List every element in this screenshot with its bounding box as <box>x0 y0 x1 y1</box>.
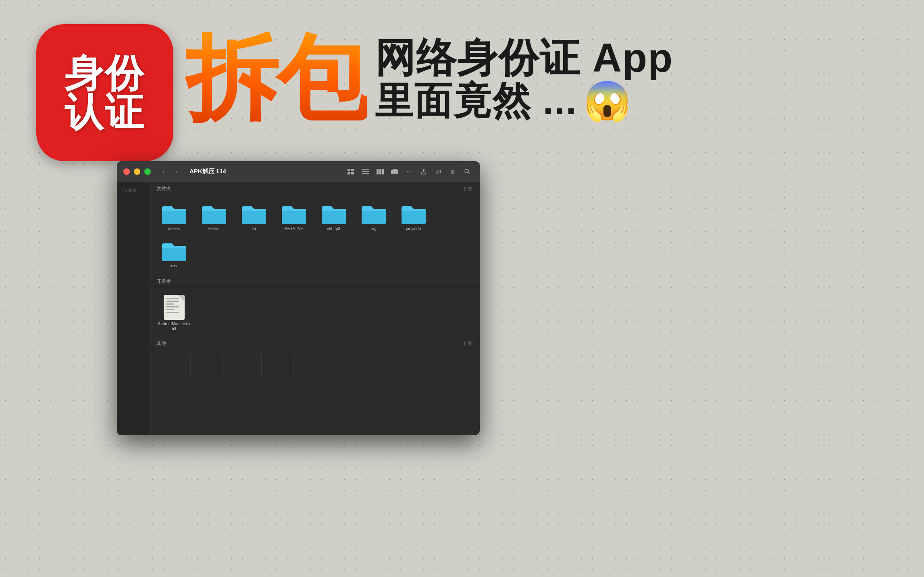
icon-more[interactable]: ⋯ <box>403 166 415 177</box>
svg-rect-1 <box>351 169 354 171</box>
svg-rect-5 <box>362 171 369 172</box>
dev-files-grid: AndroidManifest.xml <box>149 287 480 337</box>
toolbar-icons: ⋯ 🏷 ⊕ <box>345 166 473 177</box>
folder-org[interactable]: org <box>354 200 393 234</box>
folder-icon-kernal <box>200 202 228 225</box>
traffic-light-red[interactable] <box>123 168 130 175</box>
finder-sidebar: 个人收藏 <box>117 182 149 435</box>
folder-icon-okhttp3 <box>320 202 348 225</box>
icon-list[interactable] <box>360 166 372 177</box>
doc-line-1 <box>166 298 179 299</box>
finder-main: 文件夹 折叠 assets <box>149 182 480 435</box>
folder-lib[interactable]: lib <box>235 200 273 234</box>
traffic-light-green[interactable] <box>144 168 151 175</box>
window-title: APK解压 114 <box>189 168 341 175</box>
file-label-androidmanifest: AndroidManifest.xml <box>156 322 191 331</box>
title-area: 拆包 网络身份证 App 里面竟然 ... 😱 <box>185 32 673 125</box>
svg-rect-0 <box>348 169 350 171</box>
doc-line-6 <box>166 312 179 313</box>
svg-rect-8 <box>379 169 381 174</box>
thumb-files <box>149 349 480 381</box>
folder-section-action[interactable]: 折叠 <box>464 186 472 192</box>
folder-row2: res <box>149 237 480 275</box>
doc-line-3 <box>166 303 174 305</box>
doc-line-4 <box>166 306 179 307</box>
folder-kernal[interactable]: kernal <box>195 200 233 234</box>
shocked-emoji: 😱 <box>583 82 632 120</box>
folder-label-lib: lib <box>252 226 256 231</box>
svg-line-13 <box>468 172 470 174</box>
title-right: 网络身份证 App 里面竟然 ... 😱 <box>375 37 673 120</box>
folder-label-assets: assets <box>168 226 180 231</box>
folder-pinyindb[interactable]: pinyindb <box>394 200 433 234</box>
folder-okhttp3[interactable]: okhttp3 <box>314 200 353 234</box>
svg-rect-9 <box>382 169 384 174</box>
icon-share[interactable] <box>418 166 430 177</box>
doc-line-5 <box>166 309 174 310</box>
folder-meta-inf[interactable]: META-INF <box>275 200 313 234</box>
svg-rect-3 <box>351 172 354 174</box>
svg-rect-4 <box>362 169 369 170</box>
svg-rect-6 <box>362 173 369 174</box>
folder-label-meta-inf: META-INF <box>284 226 303 231</box>
folder-label-kernal: kernal <box>208 226 219 231</box>
file-icon-androidmanifest <box>164 295 185 320</box>
folder-label-org: org <box>370 226 376 231</box>
folder-icon-meta-inf <box>280 202 308 225</box>
nav-arrows: ‹ › <box>158 166 182 177</box>
finder-body: 个人收藏 文件夹 折叠 assets <box>117 182 480 435</box>
title-line1: 拆包 网络身份证 App 里面竟然 ... 😱 <box>185 32 673 125</box>
finder-titlebar: ‹ › APK解压 114 <box>117 161 480 182</box>
icon-columns[interactable] <box>374 166 386 177</box>
folder-res[interactable]: res <box>155 237 193 271</box>
title-right-line1: 网络身份证 App <box>375 37 673 78</box>
other-section-title: 其他 <box>156 340 166 347</box>
thumb-item-4[interactable] <box>261 353 293 377</box>
back-button[interactable]: ‹ <box>158 166 169 177</box>
folder-section-header: 文件夹 折叠 <box>149 182 480 194</box>
folder-icon-assets <box>160 202 188 225</box>
folder-icon-lib <box>240 202 268 225</box>
icon-search[interactable] <box>461 166 473 177</box>
file-androidmanifest[interactable]: AndroidManifest.xml <box>155 293 193 334</box>
folder-icon-org <box>360 202 387 225</box>
other-section-action[interactable]: 折叠 <box>464 340 472 347</box>
badge-line1: 身份 <box>65 54 145 93</box>
icon-gallery[interactable] <box>389 166 401 177</box>
title-right-line2: 里面竟然 ... 😱 <box>375 82 673 120</box>
folder-icon-res <box>160 239 188 262</box>
dev-section-header: 开发者 <box>149 275 480 287</box>
svg-rect-10 <box>391 170 398 174</box>
sidebar-label: 个人收藏 <box>117 186 149 195</box>
other-section-header: 其他 折叠 <box>149 337 480 349</box>
svg-point-12 <box>465 169 468 173</box>
svg-rect-2 <box>348 172 350 174</box>
forward-button[interactable]: › <box>171 166 182 177</box>
thumb-item-1[interactable] <box>155 353 187 377</box>
badge-line2: 认证 <box>65 93 145 131</box>
icon-grid[interactable] <box>345 166 357 177</box>
thumb-item-2[interactable] <box>190 353 223 377</box>
folder-label-pinyindb: pinyindb <box>406 226 421 231</box>
thumb-item-3[interactable] <box>226 353 258 377</box>
title-chaibao: 拆包 <box>185 32 367 125</box>
folder-icon-pinyindb <box>400 202 427 225</box>
folder-assets[interactable]: assets <box>155 200 193 234</box>
dev-section-title: 开发者 <box>156 278 171 285</box>
title-right-line2-text: 里面竟然 ... <box>375 82 577 120</box>
folder-label-res: res <box>171 264 177 268</box>
svg-rect-7 <box>377 169 379 174</box>
finder-window: ‹ › APK解压 114 <box>117 161 480 435</box>
folder-files-grid: assets kernal <box>149 194 480 237</box>
badge-icon: 身份 认证 <box>36 24 173 161</box>
icon-tag[interactable]: 🏷 <box>432 166 444 177</box>
folder-section-title: 文件夹 <box>156 185 171 192</box>
traffic-light-yellow[interactable] <box>134 168 140 175</box>
svg-rect-11 <box>393 169 397 170</box>
doc-line-2 <box>166 301 179 302</box>
folder-label-okhttp3: okhttp3 <box>327 226 340 231</box>
icon-zoom[interactable]: ⊕ <box>447 166 459 177</box>
